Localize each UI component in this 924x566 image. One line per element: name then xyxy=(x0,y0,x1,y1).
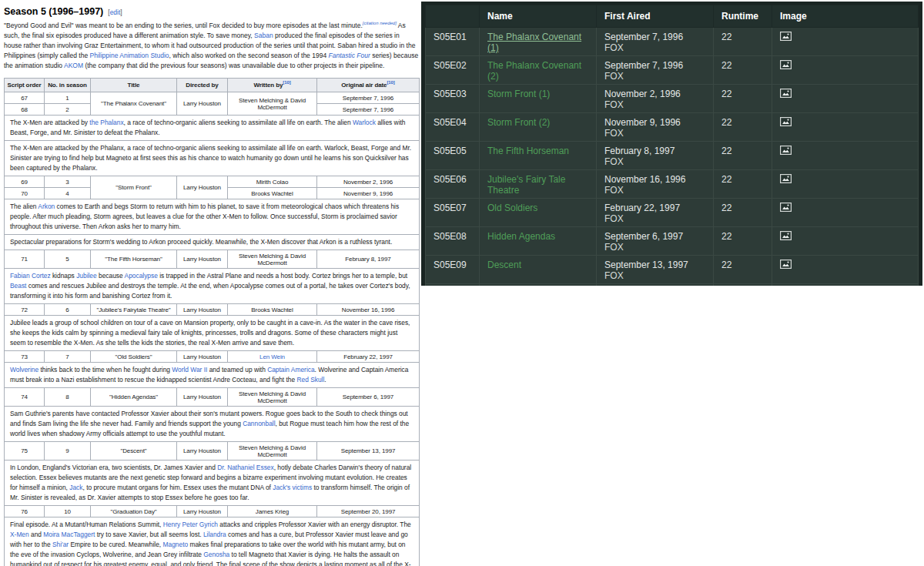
episode-row: S05E09 Descent September 13, 1997FOX 22 xyxy=(426,256,919,284)
wiki-link[interactable]: Henry Peter Gyrich xyxy=(163,521,218,528)
episode-title-link[interactable]: Old Soldiers xyxy=(487,203,537,213)
wiki-link[interactable]: Saban xyxy=(254,32,273,39)
script-order-cell: 75 xyxy=(5,442,45,461)
wiki-link[interactable]: Fabian Cortez xyxy=(10,272,51,280)
network: FOX xyxy=(604,156,705,167)
wiki-link[interactable]: Fantastic Four xyxy=(328,52,370,59)
episode-code: S05E07 xyxy=(426,199,480,227)
wiki-link[interactable]: [citation needed] xyxy=(363,21,397,25)
episode-table: Script order No. in season Title Directe… xyxy=(4,78,420,566)
episode-title-link[interactable]: The Fifth Horseman xyxy=(487,146,569,156)
edit-section: [edit] xyxy=(108,8,122,16)
director-cell: Larry Houston xyxy=(177,442,228,461)
network: FOX xyxy=(604,71,705,82)
episode-image-icon[interactable] xyxy=(780,32,792,41)
wiki-link[interactable]: the Phalanx xyxy=(89,119,123,126)
episode-row: S05E07 Old Soldiers February 22, 1997FOX… xyxy=(426,199,919,227)
episode-summary: Sam Guthrie's parents have contacted Pro… xyxy=(5,407,420,442)
runtime: 22 xyxy=(714,170,772,199)
wiki-link[interactable]: Jack xyxy=(69,484,82,491)
no-in-season-cell: 10 xyxy=(45,506,91,517)
wiki-link[interactable]: Shi'ar xyxy=(52,541,69,548)
episode-row: S05E10 Graduation Day series finale Sept… xyxy=(426,284,919,286)
episode-image-icon[interactable] xyxy=(780,117,792,126)
episode-title-link[interactable]: Storm Front (1) xyxy=(487,89,550,99)
writer-cell: James Krieg xyxy=(228,506,317,517)
writer-cell: Mirith Colao xyxy=(228,176,317,188)
air-date-cell: September 7, 1996 xyxy=(317,104,420,116)
episode-title-link[interactable]: Descent xyxy=(487,260,521,270)
wiki-link[interactable]: Beast xyxy=(10,282,26,290)
script-order-cell: 67 xyxy=(5,92,45,104)
edit-link[interactable]: edit xyxy=(110,8,121,16)
episode-code: S05E02 xyxy=(426,56,480,85)
episode-row: 72 6 "Jubilee's Fairytale Theatre" Larry… xyxy=(5,304,420,316)
script-order-cell: 68 xyxy=(5,104,45,116)
episode-summary: Jubilee leads a group of school children… xyxy=(5,316,420,351)
episode-title-link[interactable]: The Phalanx Covenant (1) xyxy=(487,32,581,53)
wiki-link[interactable]: Dr. Nathaniel Essex xyxy=(217,464,274,471)
episode-code: S05E04 xyxy=(426,113,480,142)
runtime: 22 xyxy=(714,284,772,286)
wiki-link[interactable]: Captain America xyxy=(267,366,314,373)
episode-image-icon[interactable] xyxy=(780,203,792,212)
air-date-cell: November 9, 1996 xyxy=(317,188,420,199)
episode-summary: Fabian Cortez kidnaps Jubilee because Ap… xyxy=(5,269,420,304)
episode-code: S05E10 xyxy=(426,284,480,286)
wiki-link[interactable]: [10] xyxy=(387,80,394,85)
episode-code: S05E03 xyxy=(426,85,480,113)
col-written-by: Written by[10] xyxy=(228,79,317,92)
episode-image-icon[interactable] xyxy=(780,260,792,269)
episode-image-icon[interactable] xyxy=(780,60,792,69)
writer-cell: Brooks Wachtel xyxy=(228,304,317,316)
episode-list-table: Name First Aired Runtime Image S05E01 Th… xyxy=(425,5,919,286)
wiki-link[interactable]: Warlock xyxy=(353,119,376,126)
no-in-season-cell: 9 xyxy=(45,442,91,461)
episode-title-link[interactable]: Jubilee's Fairy Tale Theatre xyxy=(487,174,565,196)
no-in-season-cell: 2 xyxy=(45,104,91,116)
network: FOX xyxy=(604,185,705,196)
episode-image-icon[interactable] xyxy=(780,231,792,240)
script-order-cell: 71 xyxy=(5,250,45,269)
episode-image-icon[interactable] xyxy=(780,89,792,98)
episode-row: 76 10 "Graduation Day" Larry Houston Jam… xyxy=(5,506,420,517)
wiki-link[interactable]: Cannonball xyxy=(243,420,275,427)
episode-list-panel: Name First Aired Runtime Image S05E01 Th… xyxy=(421,2,922,286)
no-in-season-cell: 5 xyxy=(45,250,91,269)
wiki-link[interactable]: Magneto xyxy=(163,541,189,548)
wiki-link[interactable]: X-Men xyxy=(10,531,29,538)
wiki-link[interactable]: Jack's victims xyxy=(273,484,312,491)
episode-title-link[interactable]: Hidden Agendas xyxy=(487,231,555,242)
wiki-link[interactable]: World War II xyxy=(172,366,207,373)
wiki-link[interactable]: Lilandra xyxy=(203,531,226,538)
wiki-link[interactable]: Philippine Animation Studio xyxy=(90,52,169,59)
wiki-link[interactable]: AKOM xyxy=(64,62,83,69)
wiki-link[interactable]: Genosha xyxy=(203,551,229,558)
wiki-link[interactable]: Arkon xyxy=(38,203,55,210)
col-blank xyxy=(426,5,480,28)
wiki-link[interactable]: Red Skull xyxy=(296,376,324,383)
wiki-link[interactable]: Apocalypse xyxy=(125,272,158,280)
air-date: September 7, 1996 xyxy=(604,32,705,42)
episode-title-link[interactable]: The Phalanx Covenant (2) xyxy=(487,60,581,82)
wiki-link[interactable]: [10] xyxy=(283,80,290,85)
wiki-link[interactable]: Jubilee xyxy=(76,272,97,280)
runtime: 22 xyxy=(714,113,772,142)
air-date-cell: September 20, 1997 xyxy=(317,506,420,517)
episode-summary: Wolverine thinks back to the time when h… xyxy=(5,363,420,388)
wiki-link[interactable]: Wolverine xyxy=(10,366,38,373)
episode-image-icon[interactable] xyxy=(780,174,792,183)
director-cell: Larry Houston xyxy=(177,506,228,517)
wiki-link[interactable]: Moira MacTaggert xyxy=(43,531,95,538)
col-name: Name xyxy=(480,5,597,28)
director-cell: Larry Houston xyxy=(177,351,228,363)
writer-cell: Steven Melching & David McDermott xyxy=(228,388,317,407)
episode-title-link[interactable]: Storm Front (2) xyxy=(487,117,550,128)
air-date: February 22, 1997 xyxy=(604,203,705,213)
wiki-link[interactable]: Len Wein xyxy=(259,353,285,360)
episode-image-icon[interactable] xyxy=(780,146,792,155)
no-in-season-cell: 1 xyxy=(45,92,91,104)
intro-paragraph: "Beyond Good and Evil" was meant to be a… xyxy=(4,21,419,71)
episode-summary: Spectacular preparations for Storm's wed… xyxy=(5,235,420,250)
episode-summary: The X-Men are attacked by the Phalanx, a… xyxy=(5,141,420,176)
